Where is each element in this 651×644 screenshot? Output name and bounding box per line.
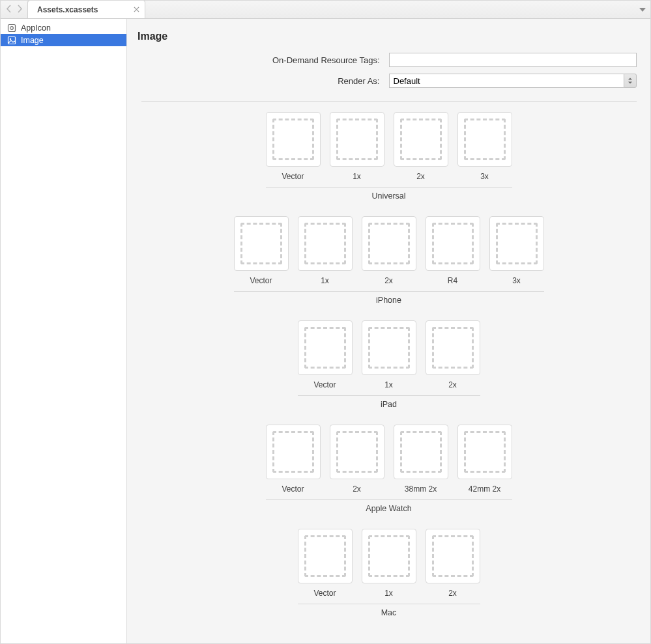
slot: Vector — [298, 320, 353, 390]
divider — [234, 291, 544, 292]
dropdown-icon[interactable] — [624, 74, 636, 88]
image-well[interactable] — [426, 529, 480, 583]
slot-groups: Vector1x2x3xUniversalVector1x2xR43xiPhon… — [137, 112, 640, 617]
slot-label: 38mm 2x — [405, 484, 437, 494]
image-well[interactable] — [426, 320, 480, 375]
close-icon[interactable] — [132, 5, 141, 14]
slot-label: Vector — [282, 484, 304, 494]
slot-label: 1x — [384, 380, 393, 390]
group-apple-watch: Vector2x38mm 2x42mm 2xApple Watch — [266, 425, 512, 513]
nav-back-icon[interactable] — [6, 5, 12, 15]
slot: 1x — [298, 216, 353, 286]
image-icon — [7, 36, 16, 45]
slot-label: 3x — [480, 172, 489, 182]
image-well[interactable] — [266, 425, 321, 479]
slot: 38mm 2x — [394, 425, 448, 494]
image-placeholder-icon — [368, 223, 410, 264]
image-well[interactable] — [298, 529, 353, 583]
asset-sidebar: AppIconImage — [1, 19, 127, 643]
image-well[interactable] — [489, 216, 544, 271]
image-well[interactable] — [394, 112, 448, 167]
divider — [298, 604, 480, 604]
image-placeholder-icon — [432, 223, 474, 264]
slot: 2x — [330, 425, 384, 494]
svg-point-1 — [10, 26, 14, 29]
image-placeholder-icon — [304, 327, 346, 369]
tags-input[interactable] — [389, 53, 637, 67]
image-well[interactable] — [457, 112, 512, 167]
image-placeholder-icon — [272, 431, 314, 473]
slots-row: Vector1x2x — [298, 529, 480, 598]
svg-rect-2 — [8, 36, 16, 44]
group-universal: Vector1x2x3xUniversal — [266, 112, 512, 201]
group-title: iPad — [381, 400, 397, 409]
sidebar-item-appicon[interactable]: AppIcon — [1, 21, 126, 34]
image-placeholder-icon — [464, 431, 506, 473]
nav-arrows — [1, 1, 28, 18]
tags-label: On-Demand Resource Tags: — [141, 55, 380, 65]
slot-label: 1x — [353, 172, 361, 182]
image-well[interactable] — [394, 425, 448, 479]
slot-label: Vector — [282, 172, 304, 182]
image-placeholder-icon — [400, 431, 442, 473]
slot: 3x — [489, 216, 544, 286]
image-placeholder-icon — [368, 535, 410, 577]
slot-label: 3x — [512, 276, 521, 286]
group-title: Mac — [381, 608, 397, 617]
slot: 1x — [362, 529, 416, 598]
render-select[interactable] — [389, 74, 637, 88]
image-well[interactable] — [457, 425, 512, 479]
divider — [266, 499, 512, 500]
tab-assets[interactable]: Assets.xcassets — [28, 0, 145, 18]
image-placeholder-icon — [240, 223, 282, 264]
image-well[interactable] — [362, 320, 416, 375]
slot: 2x — [426, 320, 480, 390]
slot: 42mm 2x — [457, 425, 512, 494]
image-well[interactable] — [330, 425, 384, 479]
image-placeholder-icon — [432, 327, 474, 369]
nav-forward-icon[interactable] — [16, 5, 23, 15]
detail-form: On-Demand Resource Tags: Render As: — [141, 53, 637, 102]
divider — [266, 187, 512, 188]
image-well[interactable] — [298, 320, 353, 375]
slot-label: 2x — [416, 172, 425, 182]
slot-label: Vector — [313, 589, 336, 598]
group-title: iPhone — [376, 296, 401, 305]
image-placeholder-icon — [272, 119, 314, 160]
image-well[interactable] — [362, 529, 416, 583]
image-placeholder-icon — [432, 535, 474, 577]
image-well[interactable] — [426, 216, 480, 271]
divider — [141, 101, 637, 102]
group-title: Apple Watch — [366, 504, 411, 513]
image-well[interactable] — [330, 112, 384, 167]
slots-row: Vector2x38mm 2x42mm 2x — [266, 425, 512, 494]
slot-label: 2x — [448, 589, 457, 598]
slots-row: Vector1x2x — [298, 320, 480, 390]
slot: 1x — [362, 320, 416, 390]
image-well[interactable] — [298, 216, 353, 271]
sidebar-item-label: Image — [21, 36, 44, 45]
slot-label: 1x — [321, 276, 329, 286]
slot: 1x — [330, 112, 384, 182]
sidebar-item-image[interactable]: Image — [1, 34, 126, 46]
slot: Vector — [234, 216, 289, 286]
tabbar-overflow-icon[interactable] — [635, 1, 650, 18]
group-ipad: Vector1x2xiPad — [298, 320, 480, 409]
slot-label: 42mm 2x — [469, 484, 500, 494]
slot: 3x — [457, 112, 512, 182]
slot-label: 2x — [448, 380, 457, 390]
render-value[interactable] — [389, 74, 624, 88]
group-title: Universal — [371, 191, 405, 201]
tab-bar: Assets.xcassets — [1, 1, 650, 19]
slot: 2x — [394, 112, 448, 182]
image-well[interactable] — [266, 112, 321, 167]
image-well[interactable] — [362, 216, 416, 271]
slot-label: 2x — [384, 276, 393, 286]
svg-rect-0 — [8, 24, 16, 31]
slot-label: R4 — [448, 276, 457, 286]
slot-label: Vector — [250, 276, 272, 286]
image-placeholder-icon — [400, 119, 442, 160]
slot: Vector — [298, 529, 353, 598]
image-well[interactable] — [234, 216, 289, 271]
slots-row: Vector1x2x3x — [266, 112, 512, 182]
